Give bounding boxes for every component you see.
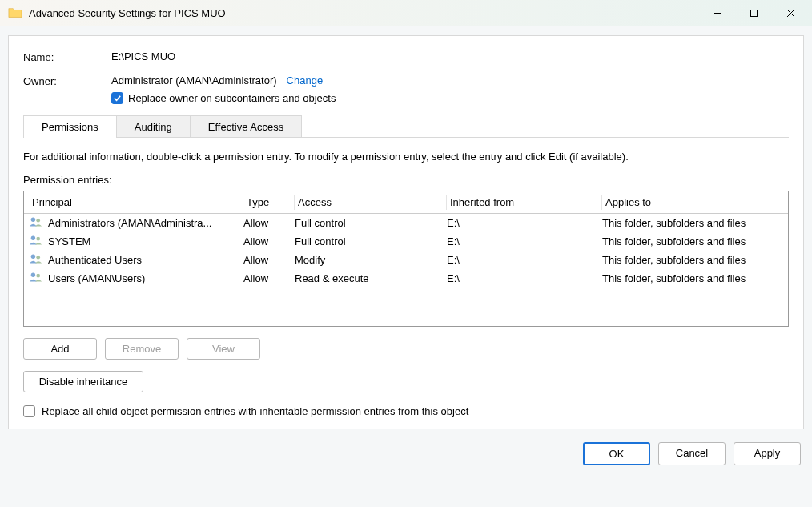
table-body: Administrators (AMAN\Administra...AllowF… [24, 214, 788, 288]
info-text: For additional information, double-click… [23, 151, 789, 163]
replace-owner-label: Replace owner on subcontainers and objec… [128, 92, 336, 104]
cancel-button[interactable]: Cancel [658, 442, 726, 465]
table-padding [24, 288, 788, 326]
minimize-button[interactable] [698, 0, 735, 26]
col-applies[interactable]: Applies to [602, 195, 783, 210]
principal-text: Administrators (AMAN\Administra... [48, 217, 211, 229]
principal-text: Users (AMAN\Users) [48, 272, 145, 284]
cell-principal: Authenticated Users [29, 253, 243, 267]
users-icon [29, 216, 43, 230]
table-row[interactable]: Users (AMAN\Users)AllowRead & executeE:\… [24, 269, 788, 288]
cell-inherited: E:\ [447, 217, 602, 229]
svg-point-6 [31, 236, 35, 240]
titlebar: Advanced Security Settings for PICS MUO [0, 0, 812, 26]
svg-point-11 [36, 274, 40, 278]
cell-type: Allow [243, 272, 295, 284]
cell-applies: This folder, subfolders and files [602, 217, 783, 229]
users-icon [29, 235, 43, 248]
add-button[interactable]: Add [23, 338, 97, 360]
folder-icon [8, 6, 22, 19]
cell-access: Full control [295, 235, 447, 247]
tab-permissions[interactable]: Permissions [23, 115, 117, 138]
col-inherited[interactable]: Inherited from [447, 195, 602, 210]
svg-point-4 [31, 218, 35, 222]
replace-owner-checkbox[interactable] [111, 92, 123, 104]
col-type[interactable]: Type [243, 195, 295, 210]
owner-value: Administrator (AMAN\Administrator) [111, 74, 277, 87]
tabs: Permissions Auditing Effective Access [23, 115, 789, 138]
ok-button[interactable]: OK [583, 442, 650, 465]
cell-inherited: E:\ [447, 235, 602, 247]
name-row: Name: E:\PICS MUO [23, 50, 789, 63]
action-buttons: Add Remove View [23, 338, 789, 360]
cell-applies: This folder, subfolders and files [602, 272, 783, 284]
view-button[interactable]: View [187, 338, 260, 360]
cell-type: Allow [243, 235, 295, 247]
tab-auditing[interactable]: Auditing [116, 115, 191, 138]
svg-point-10 [31, 273, 35, 277]
tab-underline [23, 137, 789, 138]
svg-point-9 [36, 256, 40, 260]
svg-point-5 [36, 219, 40, 223]
cell-type: Allow [243, 217, 295, 229]
name-label: Name: [23, 50, 111, 63]
users-icon [29, 253, 43, 267]
window-controls [698, 0, 809, 26]
cell-principal: Users (AMAN\Users) [29, 272, 243, 285]
cell-access: Full control [295, 217, 447, 229]
close-button[interactable] [772, 0, 809, 26]
entries-label: Permission entries: [23, 174, 789, 186]
footer-buttons: OK Cancel Apply [0, 436, 812, 465]
cell-applies: This folder, subfolders and files [602, 235, 783, 247]
cell-applies: This folder, subfolders and files [602, 254, 783, 266]
cell-principal: SYSTEM [29, 235, 243, 248]
change-owner-link[interactable]: Change [287, 74, 324, 87]
replace-owner-row: Replace owner on subcontainers and objec… [111, 92, 789, 104]
cell-principal: Administrators (AMAN\Administra... [29, 216, 243, 230]
cell-type: Allow [243, 254, 295, 266]
replace-child-label: Replace all child object permission entr… [42, 405, 468, 417]
owner-label: Owner: [23, 74, 111, 87]
principal-text: SYSTEM [48, 235, 90, 247]
inheritance-row: Disable inheritance [23, 371, 789, 392]
disable-inheritance-button[interactable]: Disable inheritance [23, 371, 143, 392]
col-principal[interactable]: Principal [29, 195, 243, 210]
replace-child-checkbox[interactable] [23, 405, 35, 417]
table-row[interactable]: Administrators (AMAN\Administra...AllowF… [24, 214, 788, 232]
col-access[interactable]: Access [295, 195, 447, 210]
cell-inherited: E:\ [447, 272, 602, 284]
users-icon [29, 272, 43, 285]
content-panel: Name: E:\PICS MUO Owner: Administrator (… [8, 35, 804, 429]
svg-point-7 [36, 237, 40, 241]
table-row[interactable]: SYSTEMAllowFull controlE:\This folder, s… [24, 232, 788, 251]
apply-button[interactable]: Apply [734, 442, 801, 465]
svg-rect-1 [750, 10, 757, 16]
cell-inherited: E:\ [447, 254, 602, 266]
table-header: Principal Type Access Inherited from App… [24, 191, 788, 214]
table-row[interactable]: Authenticated UsersAllowModifyE:\This fo… [24, 251, 788, 269]
replace-child-row: Replace all child object permission entr… [23, 405, 789, 417]
svg-point-8 [31, 255, 35, 259]
tab-effective-access[interactable]: Effective Access [190, 115, 302, 138]
principal-text: Authenticated Users [48, 254, 142, 266]
permissions-table: Principal Type Access Inherited from App… [23, 191, 789, 327]
window-title: Advanced Security Settings for PICS MUO [29, 7, 698, 19]
cell-access: Read & execute [295, 272, 447, 284]
name-value: E:\PICS MUO [111, 50, 175, 62]
owner-row: Owner: Administrator (AMAN\Administrator… [23, 74, 789, 87]
cell-access: Modify [295, 254, 447, 266]
remove-button[interactable]: Remove [105, 338, 179, 360]
maximize-button[interactable] [735, 0, 772, 26]
